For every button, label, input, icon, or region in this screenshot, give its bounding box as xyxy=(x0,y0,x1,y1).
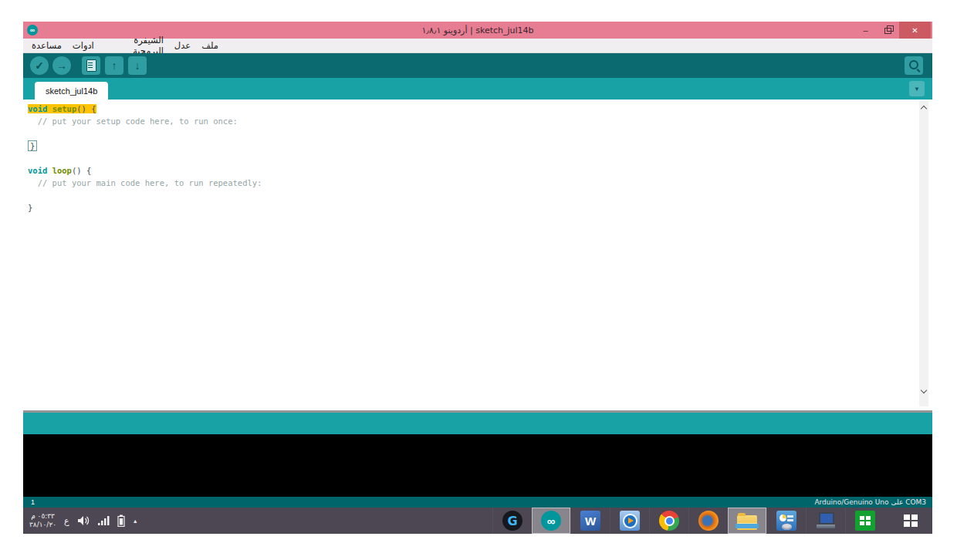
window-title: sketch_jul14b | أردوينو ١٫٨٫١ xyxy=(23,25,932,35)
taskbar-app-computer[interactable] xyxy=(806,508,845,534)
gom-player-icon: G xyxy=(502,511,522,531)
magnifier-icon xyxy=(909,60,918,69)
taskbar-apps: G∞W xyxy=(492,508,884,534)
verify-icon: ✓ xyxy=(35,60,44,71)
chevron-down-icon: ▼ xyxy=(914,86,920,93)
save-button[interactable]: ↓ xyxy=(128,56,147,75)
toolbar-buttons: ✓→↑↓ xyxy=(23,56,147,75)
code-line-2: // put your setup code here, to run once… xyxy=(28,115,932,127)
window-controls: – ✕ xyxy=(854,22,931,39)
serial-monitor-button[interactable] xyxy=(905,56,923,75)
chrome-icon xyxy=(659,511,679,531)
code-line-1: void setup() { xyxy=(28,103,932,115)
arduino-ide-window: ∞ sketch_jul14b | أردوينو ١٫٨٫١ – ✕ ملفع… xyxy=(23,22,932,508)
word-icon: W xyxy=(580,511,600,531)
status-message-bar xyxy=(23,413,932,434)
code-line-8 xyxy=(28,189,932,201)
clock-date: ٣٨/١٠/٢٠ xyxy=(29,521,56,529)
taskbar-app-media-player[interactable] xyxy=(610,508,649,534)
tab-strip: sketch_jul14b ▼ xyxy=(23,78,932,100)
scroll-down-icon[interactable] xyxy=(921,387,927,393)
battery-icon[interactable] xyxy=(117,514,125,527)
new-sketch-button[interactable] xyxy=(82,56,100,75)
board-port-label: Arduino/Genuino Uno على COM3 xyxy=(814,498,926,506)
menu-item-4[interactable]: مساعدة xyxy=(26,40,67,51)
code-line-5 xyxy=(28,152,932,164)
show-hidden-icons-button[interactable]: ▲ xyxy=(133,518,138,524)
info-bar: 1 Arduino/Genuino Uno على COM3 xyxy=(23,497,932,508)
code-editor[interactable]: void setup() { // put your setup code he… xyxy=(23,100,932,410)
tab-dropdown-button[interactable]: ▼ xyxy=(909,81,925,96)
open-button[interactable]: ↑ xyxy=(105,56,123,75)
editor-scrollbar[interactable] xyxy=(919,101,928,407)
upload-icon: → xyxy=(56,60,67,71)
code-line-7: // put your main code here, to run repea… xyxy=(28,177,932,189)
open-icon: ↑ xyxy=(112,60,117,71)
code-line-6: void loop() { xyxy=(28,164,932,177)
speaker-icon[interactable] xyxy=(77,514,90,527)
taskbar-app-arduino[interactable]: ∞ xyxy=(532,508,570,534)
desktop-screen: ∞ sketch_jul14b | أردوينو ١٫٨٫١ – ✕ ملفع… xyxy=(23,22,932,534)
cursor-line-number: 1 xyxy=(31,498,35,506)
taskbar-app-control-panel[interactable] xyxy=(766,508,806,534)
upload-button[interactable]: → xyxy=(52,56,71,75)
control-panel-icon xyxy=(776,511,796,531)
menubar: ملفعدلالشيفرة البرمجيةادواتمساعدة xyxy=(23,39,932,53)
code-line-3 xyxy=(28,127,932,140)
save-icon: ↓ xyxy=(135,60,140,71)
menu-item-0[interactable]: ملف xyxy=(196,40,224,51)
menu-item-1[interactable]: عدل xyxy=(169,40,196,51)
network-signal-icon[interactable] xyxy=(97,515,110,526)
toolbar: ✓→↑↓ xyxy=(23,53,932,78)
media-player-icon xyxy=(620,511,640,531)
console-output xyxy=(23,434,932,497)
taskbar-app-firefox[interactable] xyxy=(688,508,728,534)
close-button[interactable]: ✕ xyxy=(899,22,931,39)
new-document-icon xyxy=(86,59,96,72)
windows-logo-icon xyxy=(904,514,918,527)
windows-store-icon xyxy=(855,511,875,531)
minimize-button[interactable]: – xyxy=(854,22,877,39)
verify-button[interactable]: ✓ xyxy=(30,56,49,75)
clock-time: ٠٥:٣٣ م xyxy=(29,512,56,521)
taskbar-app-chrome[interactable] xyxy=(649,508,688,534)
language-indicator[interactable]: ع xyxy=(64,516,69,526)
code-line-9: } xyxy=(28,201,932,214)
system-tray: ٠٥:٣٣ م ٣٨/١٠/٢٠ ع ▲ xyxy=(29,508,138,534)
computer-icon xyxy=(816,511,836,531)
tab-sketch[interactable]: sketch_jul14b xyxy=(35,82,108,100)
taskbar-app-windows-store[interactable] xyxy=(845,508,884,534)
taskbar-app-file-explorer[interactable] xyxy=(728,508,766,534)
taskbar-app-gom-player[interactable]: G xyxy=(492,508,532,534)
code-line-4: } xyxy=(28,140,932,152)
scroll-up-icon[interactable] xyxy=(921,106,927,112)
start-button[interactable] xyxy=(894,508,928,534)
firefox-icon xyxy=(698,511,719,531)
file-explorer-icon xyxy=(737,515,757,530)
tray-clock[interactable]: ٠٥:٣٣ م ٣٨/١٠/٢٠ xyxy=(29,512,56,529)
windows-taskbar: ٠٥:٣٣ م ٣٨/١٠/٢٠ ع ▲ G∞W xyxy=(23,508,932,534)
code-area: void setup() { // put your setup code he… xyxy=(28,103,932,214)
menu-item-3[interactable]: ادوات xyxy=(67,40,100,51)
arduino-app-icon: ∞ xyxy=(541,511,561,531)
taskbar-app-word[interactable]: W xyxy=(570,508,610,534)
menu-items: ملفعدلالشيفرة البرمجيةادواتمساعدة xyxy=(26,39,224,52)
restore-icon xyxy=(884,28,891,34)
restore-button[interactable] xyxy=(877,22,899,39)
